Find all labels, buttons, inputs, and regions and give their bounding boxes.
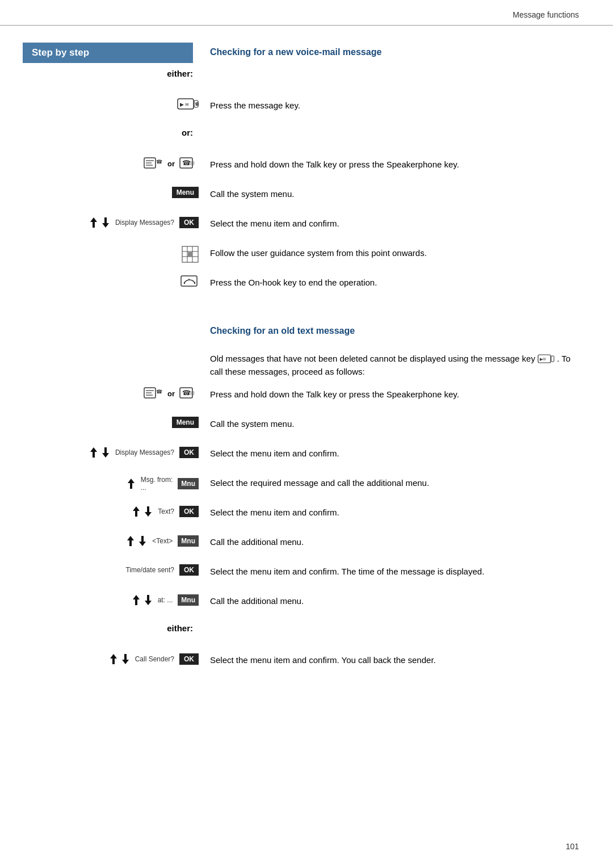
callsender-label: Call Sender?	[135, 655, 174, 663]
svg-text:▶: ▶	[180, 102, 184, 107]
left-cell-display-1: Display Messages? OK	[23, 216, 204, 229]
mnu-button-1[interactable]: Mnu	[178, 478, 199, 489]
ok-button-4a[interactable]: OK	[179, 564, 199, 576]
left-cell-msg-from: Msg. from:... Mnu	[23, 476, 204, 492]
svg-text:)))): ))))	[188, 160, 195, 165]
speaker-key-icon-2: ☎ ))))	[179, 387, 199, 400]
page-header: Message functions	[0, 0, 613, 26]
row-talk-speaker-2: ☎ or ☎ )))) Press and hold down the Talk…	[23, 387, 579, 408]
onhook-key-icon	[180, 275, 199, 288]
left-cell-msg-key: ▶ ✉ ☎	[23, 98, 204, 112]
menu-button-1[interactable]: Menu	[172, 187, 199, 198]
guidance-grid-icon	[182, 246, 199, 263]
ok-button-3a[interactable]: OK	[179, 506, 199, 517]
right-cell-section2-title: Checking for an old text message	[204, 318, 579, 342]
arrow-up-icon-4a	[144, 505, 153, 518]
either-label-2: either:	[167, 623, 199, 633]
right-cell-menu-1: Call the system menu.	[204, 187, 579, 201]
left-cell-menu-2: Menu	[23, 417, 204, 428]
display-messages-label-2: Display Messages?	[115, 448, 174, 456]
right-cell-msg-from: Select the required message and call the…	[204, 476, 579, 490]
row-menu-2: Menu Call the system menu.	[23, 417, 579, 437]
section1-title: Checking for a new voice-mail message	[210, 47, 579, 57]
right-cell-text-ok: Select the menu item and confirm.	[204, 505, 579, 519]
msg-from-label: Msg. from:...	[141, 476, 173, 492]
right-cell-onhook-1: Press the On-hook key to end the operati…	[204, 275, 579, 290]
timedate-label: Time/date sent?	[125, 566, 174, 574]
mnu-button-2[interactable]: Mnu	[178, 535, 199, 547]
row-display-ok-2: Display Messages? OK Select the menu ite…	[23, 446, 579, 467]
right-cell-menu-2: Call the system menu.	[204, 417, 579, 431]
header-title: Message functions	[513, 10, 579, 19]
left-cell-menu-1: Menu	[23, 187, 204, 198]
arrow-up-icon-6a	[144, 594, 153, 606]
row-callsender-ok: Call Sender? OK Select the menu item and…	[23, 653, 579, 673]
svg-marker-14	[102, 217, 109, 228]
arrow-down-icon-1a	[89, 216, 98, 229]
right-cell-display-1: Select the menu item and confirm.	[204, 216, 579, 230]
left-cell-text-ok: Text? OK	[23, 505, 204, 518]
svg-marker-40	[145, 506, 152, 517]
svg-marker-46	[122, 654, 129, 664]
left-cell-talk-2: ☎ or ☎ ))))	[23, 387, 204, 400]
svg-marker-42	[139, 536, 146, 546]
arrow-up-icon-5a	[138, 535, 147, 547]
left-cell-either-2: either:	[23, 623, 204, 633]
right-cell-talk-1: Press and hold down the Talk key or pres…	[204, 157, 579, 171]
row-msg-from: Msg. from:... Mnu Select the required me…	[23, 476, 579, 496]
right-cell-display-2: Select the menu item and confirm.	[204, 446, 579, 460]
right-cell-section2-intro: Old messages that have not been deleted …	[204, 351, 579, 378]
left-cell-guidance-1	[23, 246, 204, 263]
arrow-up-icon-1a	[101, 216, 110, 229]
mnu-button-3[interactable]: Mnu	[178, 594, 199, 606]
message-key-icon-inline: ▶✉	[538, 354, 555, 364]
arrow-down-icon-6a	[132, 594, 141, 606]
text-label: Text?	[158, 508, 174, 515]
section2-title: Checking for an old text message	[210, 324, 579, 338]
left-cell-either-1: either:	[23, 69, 204, 78]
svg-text:)))): ))))	[188, 390, 195, 395]
svg-rect-27	[551, 356, 554, 362]
left-cell-timedate-ok: Time/date sent? OK	[23, 564, 204, 576]
row-timedate-ok: Time/date sent? OK Select the menu item …	[23, 564, 579, 585]
or-text-2: or	[167, 389, 175, 398]
at-label: at: ...	[158, 596, 173, 604]
right-cell-or-1	[204, 128, 579, 129]
arrow-up-icon-7a	[121, 653, 130, 665]
svg-text:☎: ☎	[156, 389, 162, 395]
svg-marker-13	[90, 217, 97, 228]
arrow-down-icon-2a	[89, 446, 98, 459]
speaker-key-icon-1: ☎ ))))	[179, 157, 199, 170]
menu-button-2[interactable]: Menu	[172, 417, 199, 428]
right-cell-talk-2: Press and hold down the Talk key or pres…	[204, 387, 579, 401]
left-cell-callsender-ok: Call Sender? OK	[23, 653, 204, 665]
svg-text:✉: ✉	[185, 102, 189, 107]
row-section2-title: Checking for an old text message	[23, 318, 579, 342]
row-textval-mnu: <Text> Mnu Call the additional menu.	[23, 535, 579, 555]
svg-rect-21	[181, 276, 197, 286]
row-menu-1: Menu Call the system menu.	[23, 187, 579, 207]
or-label-1: or:	[182, 128, 199, 137]
row-talk-speaker-1: ☎ or ☎ )))) Press and hold down the Talk…	[23, 157, 579, 178]
svg-marker-36	[90, 447, 97, 458]
talk-key-icon-1: ☎	[144, 157, 163, 170]
svg-text:▶✉: ▶✉	[540, 357, 546, 361]
svg-text:☎: ☎	[195, 102, 199, 107]
arrow-down-icon-5a	[126, 535, 135, 547]
ok-button-5a[interactable]: OK	[179, 653, 199, 665]
row-text-ok: Text? OK Select the menu item and confir…	[23, 505, 579, 526]
talk-key-icon-2: ☎	[144, 387, 163, 400]
row-message-key: ▶ ✉ ☎ Press the message key.	[23, 98, 579, 119]
left-cell-talk-1: ☎ or ☎ ))))	[23, 157, 204, 170]
ok-button-1a[interactable]: OK	[179, 217, 199, 228]
right-column: Checking for a new voice-mail message	[204, 43, 579, 80]
row-onhook-1: Press the On-hook key to end the operati…	[23, 275, 579, 296]
svg-marker-45	[110, 654, 117, 664]
display-messages-label-1: Display Messages?	[115, 219, 174, 227]
svg-marker-38	[128, 479, 135, 489]
right-cell-textval-mnu: Call the additional menu.	[204, 535, 579, 549]
either-label-1: either:	[167, 69, 199, 78]
svg-marker-41	[127, 536, 134, 546]
ok-button-2a[interactable]: OK	[179, 447, 199, 458]
row-either-2: either:	[23, 623, 579, 644]
